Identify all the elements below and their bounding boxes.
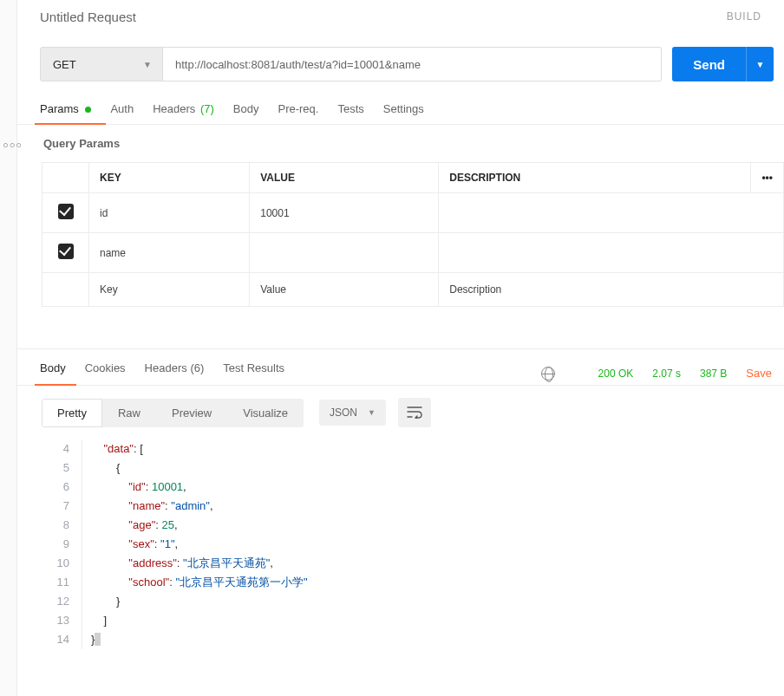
param-value[interactable]: 10001	[250, 193, 439, 233]
send-dropdown[interactable]: ▼	[746, 47, 774, 81]
param-key[interactable]: id	[89, 193, 250, 233]
resp-tab-underline	[35, 384, 76, 386]
status-size: 387 B	[700, 368, 727, 380]
resp-tab-cookies[interactable]: Cookies	[85, 361, 126, 385]
mode-visualize[interactable]: Visualize	[227, 399, 304, 427]
resp-tab-headers[interactable]: Headers (6)	[145, 361, 205, 385]
mode-pretty[interactable]: Pretty	[42, 399, 102, 427]
request-title[interactable]: Untitled Request	[40, 10, 727, 24]
resp-tab-body[interactable]: Body	[40, 361, 66, 385]
table-row: id 10001	[42, 193, 784, 233]
save-response[interactable]: Save	[746, 367, 772, 380]
resp-tab-tests[interactable]: Test Results	[223, 361, 284, 385]
mode-raw[interactable]: Raw	[102, 399, 156, 427]
tab-headers[interactable]: Headers (7)	[153, 102, 214, 124]
url-input[interactable]: http://localhost:8081/auth/test/a?id=100…	[163, 47, 662, 81]
resp-tab-headers-count: (6)	[190, 361, 204, 374]
table-row-new: Key Value Description	[42, 273, 784, 307]
param-value-placeholder[interactable]: Value	[250, 273, 439, 307]
view-mode-toggle: Pretty Raw Preview Visualize	[42, 399, 304, 427]
method-value: GET	[53, 58, 76, 71]
method-select[interactable]: GET ▼	[40, 47, 163, 81]
url-value: http://localhost:8081/auth/test/a?id=100…	[175, 58, 421, 71]
globe-icon[interactable]	[541, 367, 555, 381]
param-desc-placeholder[interactable]: Description	[439, 273, 784, 307]
param-desc[interactable]	[439, 193, 784, 233]
chevron-down-icon: ▼	[368, 408, 376, 417]
table-row: name	[42, 233, 784, 273]
format-select[interactable]: JSON ▼	[319, 400, 386, 426]
query-params-table: KEY VALUE DESCRIPTION ••• id 10001 name	[42, 162, 784, 307]
tab-underline	[35, 123, 106, 125]
param-key-placeholder[interactable]: Key	[89, 273, 250, 307]
param-desc[interactable]	[439, 233, 784, 273]
status-time: 2.07 s	[652, 368, 681, 380]
build-label[interactable]: BUILD	[727, 10, 761, 23]
query-params-title: Query Params	[17, 125, 784, 162]
col-desc: DESCRIPTION	[439, 163, 751, 193]
tab-params-label: Params	[40, 102, 79, 115]
resp-tab-headers-label: Headers	[145, 361, 187, 374]
line-numbers: 4567891011121314	[42, 439, 82, 649]
tab-settings[interactable]: Settings	[383, 102, 424, 124]
tab-prereq[interactable]: Pre-req.	[278, 102, 318, 124]
tab-headers-count: (7)	[200, 102, 214, 115]
chevron-down-icon: ▼	[143, 60, 152, 69]
tab-headers-label: Headers	[153, 102, 195, 115]
format-label: JSON	[330, 407, 357, 419]
response-body-code[interactable]: "data": [ { "id": 10001, "name": "admin"…	[82, 439, 308, 649]
param-value[interactable]	[250, 233, 439, 273]
mode-preview[interactable]: Preview	[156, 399, 227, 427]
tab-tests[interactable]: Tests	[337, 102, 363, 124]
param-key[interactable]: name	[89, 233, 250, 273]
status-code: 200 OK	[598, 368, 634, 380]
params-modified-dot	[85, 107, 91, 113]
col-check	[42, 163, 89, 193]
row-checkbox[interactable]	[58, 244, 74, 259]
col-more[interactable]: •••	[751, 163, 784, 193]
collapsed-pane-handle[interactable]: ○○○	[3, 140, 23, 150]
wrap-lines-icon[interactable]	[398, 398, 431, 427]
tab-params[interactable]: Params	[40, 102, 91, 124]
col-key: KEY	[89, 163, 250, 193]
tab-auth[interactable]: Auth	[110, 102, 134, 124]
row-checkbox[interactable]	[58, 204, 74, 219]
col-value: VALUE	[250, 163, 439, 193]
tab-body[interactable]: Body	[233, 102, 259, 124]
send-button[interactable]: Send	[672, 47, 746, 81]
